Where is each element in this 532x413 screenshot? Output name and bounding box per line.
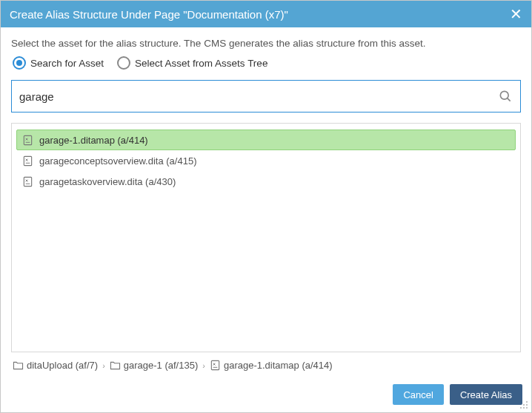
cancel-button[interactable]: Cancel [393, 384, 443, 405]
result-label: garageconceptsoverview.dita (a/415) [39, 155, 196, 167]
mode-radio-group: Search for Asset Select Asset from Asset… [11, 56, 521, 70]
breadcrumb-label: ditaUpload (af/7) [27, 360, 98, 371]
radio-dot-icon [117, 56, 130, 70]
breadcrumb-item[interactable]: ditaUpload (af/7) [13, 360, 98, 371]
result-label: garagetaskoverview.dita (a/430) [39, 176, 176, 187]
svg-line-1 [508, 98, 511, 101]
result-row[interactable]: garagetaskoverview.dita (a/430) [16, 171, 516, 192]
folder-icon [13, 360, 24, 370]
radio-search-asset[interactable]: Search for Asset [13, 56, 104, 70]
dialog: Create Alias Structure Under Page "Docum… [0, 0, 532, 413]
radio-label: Select Asset from Assets Tree [135, 58, 267, 69]
breadcrumb-label: garage-1 (af/135) [124, 360, 198, 371]
instruction-text: Select the asset for the alias structure… [11, 38, 521, 49]
dialog-title: Create Alias Structure Under Page "Docum… [10, 8, 288, 21]
create-alias-button[interactable]: Create Alias [450, 384, 522, 405]
search-input[interactable] [19, 81, 498, 112]
search-icon[interactable] [498, 89, 513, 104]
file-icon [21, 155, 33, 167]
results-list[interactable]: garage-1.ditamap (a/414)garageconceptsov… [11, 123, 521, 352]
breadcrumb-item[interactable]: garage-1.ditamap (a/414) [210, 360, 333, 371]
svg-point-11 [523, 404, 525, 406]
breadcrumb-label: garage-1.ditamap (a/414) [224, 360, 333, 371]
radio-label: Search for Asset [30, 58, 104, 69]
breadcrumb: ditaUpload (af/7)›garage-1 (af/135)›gara… [11, 352, 521, 374]
svg-point-15 [526, 407, 528, 409]
svg-point-12 [526, 404, 528, 406]
file-icon [21, 134, 33, 146]
file-icon [210, 360, 221, 371]
svg-point-10 [526, 401, 528, 403]
svg-point-13 [520, 407, 522, 409]
resize-grip-icon[interactable] [519, 400, 528, 409]
close-icon[interactable]: ✕ [510, 7, 522, 21]
radio-select-tree[interactable]: Select Asset from Assets Tree [117, 56, 267, 70]
dialog-footer: Cancel Create Alias [1, 380, 531, 412]
titlebar: Create Alias Structure Under Page "Docum… [1, 1, 531, 27]
breadcrumb-item[interactable]: garage-1 (af/135) [110, 360, 198, 371]
file-icon [21, 175, 33, 187]
result-label: garage-1.ditamap (a/414) [39, 135, 148, 146]
chevron-right-icon: › [202, 361, 205, 370]
dialog-content: Select the asset for the alias structure… [1, 27, 531, 380]
svg-point-0 [500, 91, 508, 99]
result-row[interactable]: garageconceptsoverview.dita (a/415) [16, 150, 516, 171]
chevron-right-icon: › [102, 361, 105, 370]
result-row[interactable]: garage-1.ditamap (a/414) [16, 130, 516, 150]
radio-dot-icon [13, 56, 26, 70]
search-field-wrap [11, 80, 521, 113]
svg-point-14 [523, 407, 525, 409]
folder-icon [110, 360, 121, 370]
